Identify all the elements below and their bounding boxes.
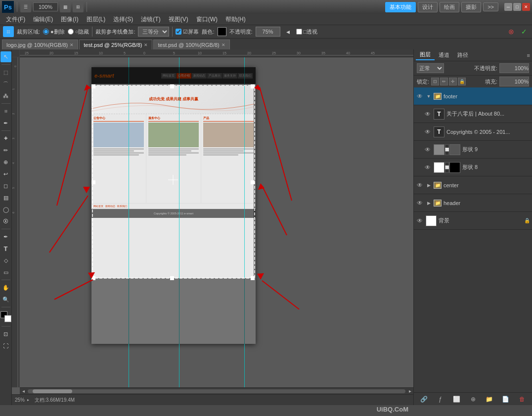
opacity-slider-icon[interactable]: ◂ — [283, 27, 293, 37]
wand-tool[interactable]: ⁂ — [0, 90, 11, 101]
menu-select[interactable]: 选择(S) — [109, 14, 137, 25]
ws-basic[interactable]: 基本功能 — [385, 2, 416, 12]
ws-photo[interactable]: 摄影 — [461, 2, 481, 12]
lock-paint-icon[interactable]: ✏ — [440, 78, 448, 85]
new-group-btn[interactable]: 📁 — [485, 394, 494, 404]
menu-layer[interactable]: 图层(L) — [83, 14, 110, 25]
tab-test-25[interactable]: test.psd @ 25%(RGB/8) ✕ — [79, 40, 152, 49]
move-tool[interactable]: ↖ — [0, 51, 11, 62]
add-mask-btn[interactable]: ⬜ — [452, 394, 462, 404]
menu-image[interactable]: 图像(I) — [57, 14, 82, 25]
arrange-icon[interactable]: ⊞ — [73, 1, 84, 12]
menu-window[interactable]: 窗口(W) — [192, 14, 222, 25]
h-scroll-thumb[interactable] — [33, 389, 72, 393]
pen-tool[interactable]: ✒ — [0, 231, 11, 242]
cancel-crop-icon[interactable]: ⊗ — [506, 27, 516, 37]
layer-header-expand[interactable]: ▶ — [426, 200, 432, 206]
color-swatches[interactable] — [0, 311, 11, 322]
view-icon[interactable]: ▦ — [60, 1, 71, 12]
blend-mode-select[interactable]: 正常 — [417, 63, 444, 73]
add-style-btn[interactable]: ƒ — [436, 394, 445, 404]
opacity-panel-input[interactable] — [499, 63, 529, 73]
ws-more[interactable]: >> — [483, 2, 498, 11]
layer-center-expand[interactable]: ▶ — [426, 182, 432, 188]
hand-tool[interactable]: ✋ — [0, 282, 11, 293]
scroll-left-btn[interactable]: ◂ — [20, 388, 27, 395]
menu-icon[interactable]: ☰ — [20, 1, 31, 12]
confirm-crop-icon[interactable]: ✓ — [519, 27, 529, 37]
dodge-tool[interactable]: ⦿ — [0, 216, 11, 227]
maximize-button[interactable]: □ — [513, 3, 521, 11]
path-tool[interactable]: ◇ — [0, 255, 11, 266]
close-button[interactable]: ✕ — [522, 3, 530, 11]
layer-footer-expand[interactable]: ▼ — [426, 93, 432, 99]
link-layers-btn[interactable]: 🔗 — [419, 394, 429, 404]
guides-select[interactable]: 三等分 — [138, 27, 169, 37]
color-swatch[interactable] — [218, 27, 226, 36]
layer-shape9[interactable]: 👁 ⬜ 形状 9 — [414, 141, 532, 159]
tab-logo[interactable]: logo.jpg @ 100%(RGB/8) ✕ — [2, 40, 78, 49]
menu-help[interactable]: 帮助(H) — [222, 14, 250, 25]
layer-shape8-vis[interactable]: 👁 — [424, 164, 432, 171]
layer-bg[interactable]: 👁 背景 🔒 — [414, 212, 532, 230]
opacity-input[interactable] — [256, 27, 280, 37]
tab-test-25-close[interactable]: ✕ — [144, 42, 148, 47]
layer-footer[interactable]: 👁 ▼ 📁 footer — [414, 87, 532, 105]
blur-tool[interactable]: ◯ — [0, 204, 11, 215]
mask-mode[interactable]: ⊡ — [0, 329, 11, 339]
lasso-tool[interactable]: ⌒ — [0, 79, 11, 89]
delete-layer-btn[interactable]: 🗑 — [517, 394, 527, 404]
heal-tool[interactable]: ✚ — [0, 133, 11, 144]
clone-tool[interactable]: ⊕ — [0, 157, 11, 167]
layer-text1-vis[interactable]: 👁 — [424, 110, 432, 118]
canvas-content[interactable]: e-smart 网站首页 公司介绍 新闻动态 产品展示 服务支持 联系我们 — [20, 57, 413, 387]
h-scroll-track[interactable] — [28, 389, 405, 393]
new-fill-btn[interactable]: ⊕ — [468, 394, 478, 404]
lock-position-icon[interactable]: ✛ — [449, 78, 457, 85]
layer-shape9-vis[interactable]: 👁 — [424, 146, 432, 154]
history-tool[interactable]: ↩ — [0, 168, 11, 179]
ws-design[interactable]: 设计 — [418, 2, 438, 12]
layer-shape8[interactable]: 👁 ⬜ 形状 8 — [414, 159, 532, 176]
layer-text2[interactable]: 👁 T Copyrights © 2005 - 201... — [414, 123, 532, 141]
minimize-button[interactable]: ─ — [504, 3, 512, 11]
gradient-tool[interactable]: ▤ — [0, 192, 11, 203]
layer-header-vis[interactable]: 👁 — [416, 199, 424, 207]
shape-tool[interactable]: ▭ — [0, 267, 11, 278]
layer-center[interactable]: 👁 ▶ 📁 center — [414, 176, 532, 194]
scroll-right-btn[interactable]: ▸ — [406, 388, 413, 395]
screen-mode[interactable]: ⛶ — [0, 340, 11, 351]
panel-menu-btn[interactable]: ≡ — [527, 52, 530, 58]
menu-edit[interactable]: 编辑(E) — [29, 14, 57, 25]
crop-tool[interactable]: ⌗ — [0, 106, 11, 117]
hide-radio[interactable]: ○隐藏 — [68, 28, 89, 36]
zoom-tool[interactable]: 🔍 — [0, 294, 11, 305]
layer-footer-vis[interactable]: 👁 — [416, 92, 424, 100]
tab-paths[interactable]: 路径 — [453, 50, 472, 60]
screen-checkbox[interactable]: ☑屏幕 — [176, 28, 199, 36]
tab-test-100[interactable]: test.psd @ 100%(RGB/8) ✕ — [153, 40, 229, 49]
tab-test-100-close[interactable]: ✕ — [222, 42, 225, 47]
zoom-nav-btn[interactable]: ▸ — [26, 398, 31, 403]
eraser-tool[interactable]: ◻ — [0, 180, 11, 191]
background-color[interactable] — [4, 315, 11, 322]
eyedropper-tool[interactable]: ✒ — [0, 118, 11, 128]
transparent-checkbox[interactable]: □透视 — [296, 28, 318, 36]
tab-logo-close[interactable]: ✕ — [70, 42, 74, 47]
new-layer-btn[interactable]: 📄 — [501, 394, 511, 404]
h-scrollbar[interactable]: ◂ ▸ — [20, 387, 413, 394]
lock-transparency-icon[interactable]: ⊡ — [431, 78, 439, 85]
fill-input[interactable] — [499, 77, 529, 86]
marquee-tool[interactable]: ⬚ — [0, 67, 11, 78]
type-tool[interactable]: T — [0, 243, 11, 254]
tab-layers[interactable]: 图层 — [416, 50, 435, 60]
menu-view[interactable]: 视图(V) — [165, 14, 192, 25]
menu-filter[interactable]: 滤镜(T) — [137, 14, 164, 25]
layer-center-vis[interactable]: 👁 — [416, 181, 424, 189]
layer-header[interactable]: 👁 ▶ 📁 header — [414, 194, 532, 212]
lock-all-icon[interactable]: 🔒 — [458, 78, 466, 85]
ws-paint[interactable]: 绘画 — [440, 2, 459, 12]
layer-text2-vis[interactable]: 👁 — [424, 128, 432, 136]
crop-tool-icon[interactable]: ⌗ — [3, 26, 14, 37]
menu-file[interactable]: 文件(F) — [2, 14, 29, 25]
